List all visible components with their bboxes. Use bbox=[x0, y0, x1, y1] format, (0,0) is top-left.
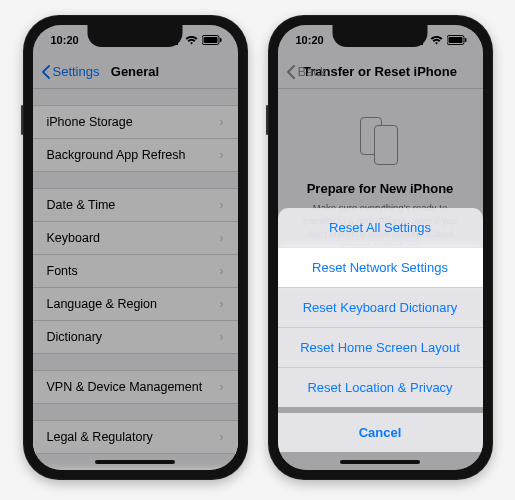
phone-mockup-right: 10:20 Back Transfer or Reset iPhone Prep… bbox=[268, 15, 493, 480]
sheet-option-reset-location[interactable]: Reset Location & Privacy bbox=[278, 367, 483, 407]
home-indicator[interactable] bbox=[95, 460, 175, 464]
nav-back-button[interactable]: Back bbox=[286, 64, 327, 79]
nav-back-label: Settings bbox=[53, 64, 100, 79]
chevron-right-icon: › bbox=[220, 297, 224, 311]
svg-rect-13 bbox=[465, 38, 467, 42]
settings-row-fonts[interactable]: Fonts› bbox=[33, 254, 238, 287]
screen-left: 10:20 Settings General iPhone Storage›Ba… bbox=[33, 25, 238, 470]
notch bbox=[333, 25, 428, 47]
svg-rect-6 bbox=[220, 38, 222, 42]
row-label: Background App Refresh bbox=[47, 148, 186, 162]
svg-rect-12 bbox=[448, 37, 462, 43]
chevron-right-icon: › bbox=[220, 264, 224, 278]
svg-rect-5 bbox=[203, 37, 217, 43]
chevron-right-icon: › bbox=[220, 330, 224, 344]
chevron-left-icon bbox=[286, 65, 296, 79]
status-time: 10:20 bbox=[296, 34, 324, 46]
screen-right: 10:20 Back Transfer or Reset iPhone Prep… bbox=[278, 25, 483, 470]
settings-row-background-app-refresh[interactable]: Background App Refresh› bbox=[33, 138, 238, 172]
settings-row-vpn-device-mgmt[interactable]: VPN & Device Management› bbox=[33, 370, 238, 404]
row-label: VPN & Device Management bbox=[47, 380, 203, 394]
row-label: Legal & Regulatory bbox=[47, 430, 153, 444]
sheet-option-reset-keyboard[interactable]: Reset Keyboard Dictionary bbox=[278, 287, 483, 327]
wifi-icon bbox=[430, 36, 443, 45]
row-label: Keyboard bbox=[47, 231, 101, 245]
settings-row-language-region[interactable]: Language & Region› bbox=[33, 287, 238, 320]
home-indicator[interactable] bbox=[340, 460, 420, 464]
nav-bar: Back Transfer or Reset iPhone bbox=[278, 55, 483, 89]
cancel-button[interactable]: Cancel bbox=[278, 413, 483, 452]
settings-row-date-time[interactable]: Date & Time› bbox=[33, 188, 238, 221]
devices-illustration bbox=[358, 117, 402, 167]
sheet-option-reset-network[interactable]: Reset Network Settings bbox=[278, 247, 483, 287]
settings-row-legal-regulatory[interactable]: Legal & Regulatory› bbox=[33, 420, 238, 454]
nav-bar: Settings General bbox=[33, 55, 238, 89]
row-label: Language & Region bbox=[47, 297, 158, 311]
prepare-title: Prepare for New iPhone bbox=[298, 181, 463, 196]
sheet-option-reset-all[interactable]: Reset All Settings bbox=[278, 208, 483, 247]
nav-back-label: Back bbox=[298, 64, 327, 79]
phone-mockup-left: 10:20 Settings General iPhone Storage›Ba… bbox=[23, 15, 248, 480]
nav-back-settings[interactable]: Settings bbox=[41, 64, 100, 79]
chevron-right-icon: › bbox=[220, 231, 224, 245]
settings-content: iPhone Storage›Background App Refresh›Da… bbox=[33, 89, 238, 470]
sheet-option-reset-home[interactable]: Reset Home Screen Layout bbox=[278, 327, 483, 367]
chevron-left-icon bbox=[41, 65, 51, 79]
settings-row-keyboard[interactable]: Keyboard› bbox=[33, 221, 238, 254]
chevron-right-icon: › bbox=[220, 198, 224, 212]
wifi-icon bbox=[185, 36, 198, 45]
row-label: Date & Time bbox=[47, 198, 116, 212]
settings-row-dictionary[interactable]: Dictionary› bbox=[33, 320, 238, 354]
row-label: Dictionary bbox=[47, 330, 103, 344]
row-label: Fonts bbox=[47, 264, 78, 278]
status-time: 10:20 bbox=[51, 34, 79, 46]
chevron-right-icon: › bbox=[220, 430, 224, 444]
chevron-right-icon: › bbox=[220, 148, 224, 162]
settings-row-iphone-storage[interactable]: iPhone Storage› bbox=[33, 105, 238, 138]
battery-icon bbox=[202, 35, 222, 45]
row-label: iPhone Storage bbox=[47, 115, 133, 129]
reset-action-sheet: Reset All SettingsReset Network Settings… bbox=[278, 208, 483, 470]
battery-icon bbox=[447, 35, 467, 45]
chevron-right-icon: › bbox=[220, 380, 224, 394]
chevron-right-icon: › bbox=[220, 115, 224, 129]
notch bbox=[88, 25, 183, 47]
